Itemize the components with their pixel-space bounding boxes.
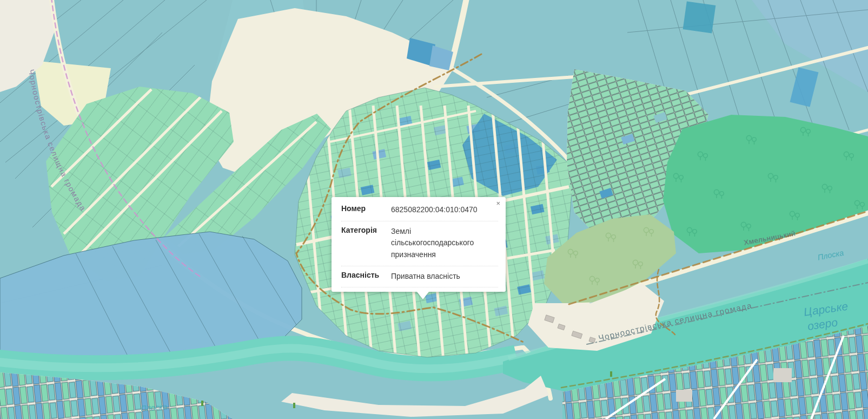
popup-field-value: 6825082200:04:010:0470	[391, 204, 498, 216]
cadastral-map-app: Чорноострівська селищна громада Чорноост…	[0, 0, 868, 419]
label-river-sw: Плоска	[141, 402, 168, 413]
popup-field-label: Категорія	[341, 226, 391, 234]
popup-field-label: Власність	[341, 271, 391, 279]
popup-field-value: Приватна власність	[391, 271, 498, 283]
popup-tail	[417, 292, 429, 299]
popup-row-category: Категорія Землі сільськогосподарського п…	[341, 221, 498, 266]
parcel-info-popup: × Номер 6825082200:04:010:0470 Категорія…	[332, 197, 506, 292]
popup-row-number: Номер 6825082200:04:010:0470	[341, 200, 498, 221]
popup-field-value: Землі сільськогосподарського призначення	[391, 226, 498, 261]
popup-close-button[interactable]: ×	[493, 198, 503, 209]
popup-field-label: Номер	[341, 204, 391, 213]
popup-row-ownership: Власність Приватна власність	[341, 266, 498, 288]
